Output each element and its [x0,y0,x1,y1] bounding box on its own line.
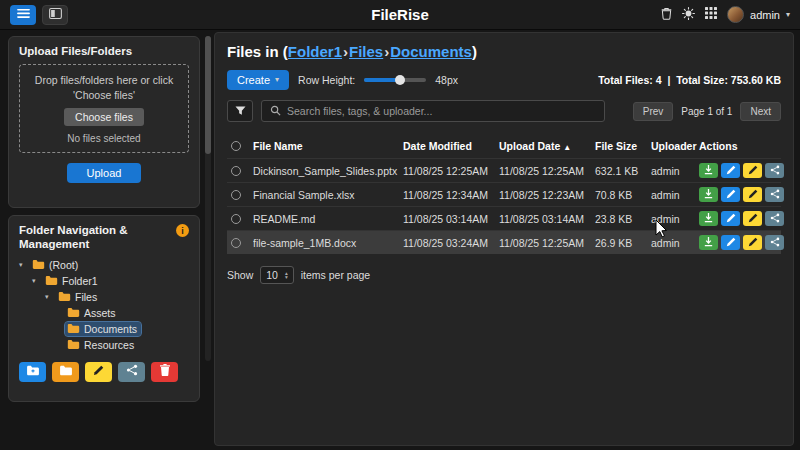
trash-button[interactable] [661,7,672,23]
rename-button[interactable] [743,163,762,178]
row-checkbox[interactable] [231,190,241,200]
info-icon[interactable]: i [176,224,189,237]
delete-folder-button[interactable] [151,362,178,382]
share-button[interactable] [765,235,784,250]
download-button[interactable] [699,211,718,226]
upload-button[interactable]: Upload [67,163,142,183]
select-all-checkbox[interactable] [231,141,241,151]
folder-icon [58,291,71,302]
uploader: admin [651,165,699,177]
tree-item-root[interactable]: ▾ (Root) [15,257,193,273]
tree-item-files[interactable]: ▾ Files [15,289,193,305]
hamburger-menu-button[interactable] [10,5,36,25]
choose-files-button[interactable]: Choose files [64,108,144,126]
user-menu[interactable]: admin ▾ [727,6,790,23]
rename-folder-button[interactable] [52,362,79,382]
tree-item-folder1[interactable]: ▾ Folder1 [15,273,193,289]
apps-grid-button[interactable] [705,7,717,22]
column-header-uploader[interactable]: Uploader [651,140,699,152]
file-name[interactable]: file-sample_1MB.docx [253,237,403,249]
row-checkbox[interactable] [231,214,241,224]
date-modified: 11/08/25 12:34AM [403,189,499,201]
file-name[interactable]: Dickinson_Sample_Slides.pptx [253,165,403,177]
file-name[interactable]: README.md [253,213,403,225]
download-button[interactable] [699,235,718,250]
pencil-icon [726,187,736,202]
download-button[interactable] [699,163,718,178]
row-height-slider[interactable] [364,78,426,82]
edit-button[interactable] [721,235,740,250]
share-button[interactable] [765,187,784,202]
share-folder-button[interactable] [118,362,145,382]
create-folder-button[interactable] [19,362,46,382]
edit-button[interactable] [721,187,740,202]
tree-item-label: (Root) [49,259,78,271]
prev-page-button[interactable]: Prev [633,102,674,121]
rename-button[interactable] [743,235,762,250]
table-row[interactable]: Dickinson_Sample_Slides.pptx 11/08/25 12… [227,158,781,182]
tree-item-resources[interactable]: Resources [15,337,193,353]
expander-icon[interactable]: ▾ [19,261,27,269]
table-row[interactable]: README.md 11/08/25 03:14AM 11/08/25 03:1… [227,206,781,230]
column-header-file-name[interactable]: File Name [253,140,403,152]
table-footer: Show 10 ▴▾ items per page [227,266,781,284]
items-per-page-select[interactable]: 10 ▴▾ [260,266,293,284]
breadcrumb-documents[interactable]: Documents [390,43,472,60]
folder-tree: ▾ (Root) ▾ Folder1 ▾ Files Assets Docume… [9,256,199,353]
vertical-scrollbar[interactable] [205,36,211,361]
no-files-text: No files selected [26,132,182,146]
file-dropzone[interactable]: Drop files/folders here or click 'Choose… [19,64,189,153]
scrollbar-thumb[interactable] [205,36,211,154]
row-checkbox[interactable] [231,166,241,176]
panel-toggle-button[interactable] [42,5,68,25]
tree-item-assets[interactable]: Assets [15,305,193,321]
edit-button[interactable] [721,163,740,178]
upload-date: 11/08/25 12:25AM [499,165,595,177]
column-header-file-size[interactable]: File Size [595,140,651,152]
date-modified: 11/08/25 03:24AM [403,237,499,249]
file-name[interactable]: Financial Sample.xlsx [253,189,403,201]
filter-button[interactable] [227,100,253,122]
uploader: admin [651,237,699,249]
download-icon [703,211,714,226]
search-input[interactable] [287,105,596,117]
expander-icon[interactable]: ▾ [32,277,40,285]
slider-thumb[interactable] [395,75,405,85]
heading-suffix: ) [472,43,477,60]
download-button[interactable] [699,187,718,202]
edit-button[interactable] [721,211,740,226]
rename-button[interactable] [743,187,762,202]
tree-item-documents[interactable]: Documents [15,321,193,337]
create-button[interactable]: Create ▾ [227,70,289,90]
pencil-icon [726,211,736,226]
folder-icon [67,323,80,334]
upload-date: 11/08/25 03:14AM [499,213,595,225]
theme-toggle-button[interactable] [682,7,695,23]
pencil-icon [726,235,736,250]
sun-icon [682,7,695,23]
breadcrumb-folder1[interactable]: Folder1 [288,43,342,60]
edit-folder-button[interactable] [85,362,112,382]
file-size: 70.8 KB [595,189,651,201]
row-checkbox[interactable] [231,238,241,248]
table-row[interactable]: Financial Sample.xlsx 11/08/25 12:34AM 1… [227,182,781,206]
expander-icon[interactable]: ▾ [45,293,53,301]
search-box [261,100,605,122]
column-header-upload-date[interactable]: Upload Date▲ [499,140,595,152]
row-actions [699,187,784,202]
share-icon [126,364,138,379]
share-button[interactable] [765,211,784,226]
next-page-button[interactable]: Next [740,102,781,121]
tree-item-label: Files [75,291,97,303]
items-per-page-value: 10 [266,269,278,281]
breadcrumb-files[interactable]: Files [349,43,383,60]
row-actions [699,235,784,250]
sort-asc-icon: ▲ [563,143,571,152]
rename-button[interactable] [743,211,762,226]
table-row[interactable]: file-sample_1MB.docx 11/08/25 03:24AM 11… [227,230,781,254]
totals-summary: Total Files: 4 | Total Size: 753.60 KB [598,74,781,86]
column-header-date-modified[interactable]: Date Modified [403,140,499,152]
share-icon [770,211,780,226]
share-button[interactable] [765,163,784,178]
dropzone-text-line2: 'Choose files' [26,88,182,102]
